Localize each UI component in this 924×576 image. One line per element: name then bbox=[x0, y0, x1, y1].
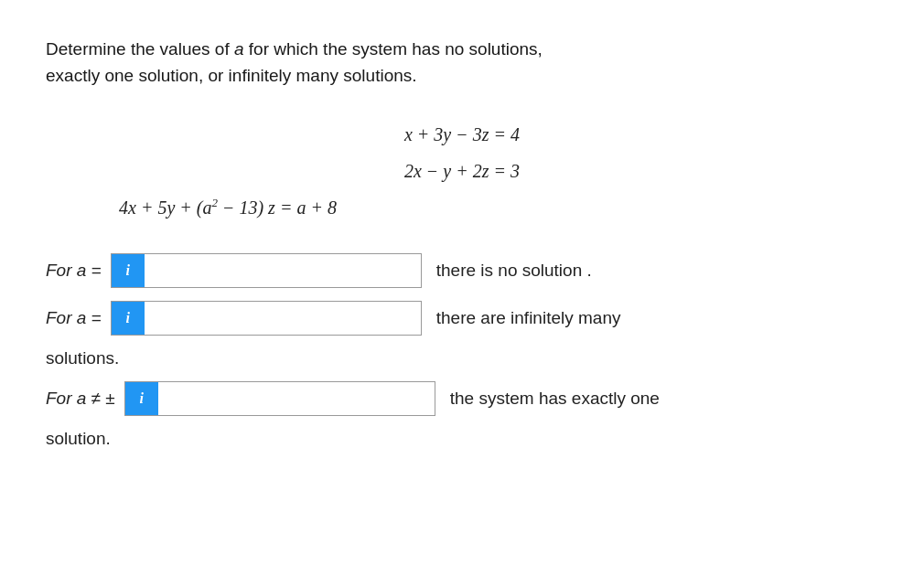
input-group-2[interactable]: i bbox=[111, 301, 422, 336]
solutions-continuation: solutions. bbox=[46, 348, 878, 368]
answer-input-2[interactable] bbox=[145, 302, 421, 335]
equations-block: x + 3y − 3z = 4 2x − y + 2z = 3 4x + 5y … bbox=[46, 116, 878, 226]
answer-row-2: For a = i there are infinitely many bbox=[46, 301, 878, 336]
answers-section: For a = i there is no solution . For a =… bbox=[46, 253, 878, 449]
input-group-3[interactable]: i bbox=[124, 381, 435, 416]
equation-1: x + 3y − 3z = 4 bbox=[46, 116, 878, 153]
statement-text-after-a: for which the system has no solutions, bbox=[244, 39, 543, 59]
variable-a: a bbox=[234, 39, 244, 59]
solution-continuation: solution. bbox=[46, 429, 878, 449]
statement-line2: exactly one solution, or infinitely many… bbox=[46, 66, 417, 85]
answer-row-3: For a ≠ ± i the system has exactly one bbox=[46, 381, 878, 416]
answer-input-1[interactable] bbox=[145, 254, 421, 287]
problem-statement: Determine the values of a for which the … bbox=[46, 37, 878, 89]
equation-2: 2x − y + 2z = 3 bbox=[46, 153, 878, 189]
for-a-label-1: For a = bbox=[46, 261, 102, 281]
answer-suffix-3: the system has exactly one bbox=[450, 389, 660, 409]
answer-suffix-2: there are infinitely many bbox=[436, 308, 621, 328]
input-group-1[interactable]: i bbox=[111, 253, 422, 288]
statement-text-before-a: Determine the values of bbox=[46, 39, 234, 59]
equation-3: 4x + 5y + (a2 − 13) z = a + 8 bbox=[119, 189, 878, 226]
answer-input-3[interactable] bbox=[158, 382, 435, 415]
problem-container: Determine the values of a for which the … bbox=[46, 37, 878, 449]
answer-row-1: For a = i there is no solution . bbox=[46, 253, 878, 288]
info-icon-3[interactable]: i bbox=[125, 382, 158, 415]
for-a-label-2: For a = bbox=[46, 308, 102, 328]
info-icon-2[interactable]: i bbox=[112, 302, 145, 335]
for-a-label-3: For a ≠ ± bbox=[46, 389, 115, 409]
answer-suffix-1: there is no solution . bbox=[436, 261, 592, 281]
info-icon-1[interactable]: i bbox=[112, 254, 145, 287]
